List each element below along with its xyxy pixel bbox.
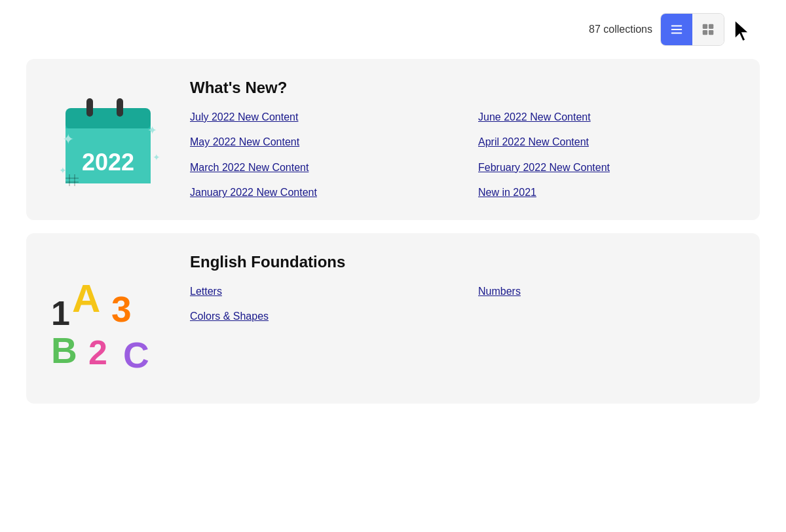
svg-text:A: A [72, 276, 100, 320]
svg-rect-6 [709, 30, 713, 35]
collections-count: 87 collections [589, 24, 652, 35]
svg-rect-2 [671, 33, 683, 34]
whats-new-content: What's New?July 2022 New ContentMay 2022… [190, 79, 740, 200]
link-july-2022-new-content[interactable]: July 2022 New Content [190, 110, 452, 124]
whats-new-icon: 2022 ✦ ✦ ✦ ✦ [39, 79, 170, 197]
english-foundations-title: English Foundations [190, 253, 740, 271]
link-numbers[interactable]: Numbers [478, 284, 740, 299]
svg-text:✦: ✦ [59, 165, 67, 176]
svg-rect-3 [703, 24, 707, 29]
section-english-foundations: 1 A 3 B 2 C English FoundationsLettersCo… [26, 233, 760, 404]
svg-text:✦: ✦ [62, 131, 74, 147]
svg-rect-11 [86, 98, 93, 117]
grid-icon [701, 22, 715, 37]
svg-rect-1 [671, 29, 683, 30]
svg-text:1: 1 [51, 294, 70, 332]
english-foundations-content: English FoundationsLettersColors & Shape… [190, 253, 740, 324]
svg-rect-12 [117, 98, 123, 117]
calendar-illustration: 2022 ✦ ✦ ✦ ✦ [46, 79, 164, 197]
english-foundations-links-grid: LettersColors & ShapesNumbers [190, 284, 740, 324]
english-foundations-icon: 1 A 3 B 2 C [39, 253, 170, 384]
link-april-2022-new-content[interactable]: April 2022 New Content [478, 135, 740, 149]
svg-text:C: C [123, 335, 149, 375]
link-january-2022-new-content[interactable]: January 2022 New Content [190, 185, 452, 200]
grid-view-button[interactable] [692, 14, 724, 45]
svg-text:2: 2 [88, 333, 107, 371]
list-view-button[interactable] [661, 14, 692, 45]
link-march-2022-new-content[interactable]: March 2022 New Content [190, 161, 452, 175]
svg-rect-4 [709, 24, 713, 29]
whats-new-title: What's New? [190, 79, 740, 97]
link-letters[interactable]: Letters [190, 284, 452, 299]
link-february-2022-new-content[interactable]: February 2022 New Content [478, 161, 740, 175]
link-may-2022-new-content[interactable]: May 2022 New Content [190, 135, 452, 149]
svg-text:✦: ✦ [147, 124, 157, 137]
whats-new-links-grid: July 2022 New ContentMay 2022 New Conten… [190, 110, 740, 200]
list-icon [669, 22, 684, 37]
svg-text:3: 3 [111, 289, 132, 330]
top-bar: 87 collections [26, 13, 760, 46]
svg-text:B: B [51, 330, 77, 371]
link-new-in-2021[interactable]: New in 2021 [478, 185, 740, 200]
link-june-2022-new-content[interactable]: June 2022 New Content [478, 110, 740, 124]
svg-rect-10 [66, 108, 151, 129]
view-toggle [660, 13, 724, 46]
alphabet-illustration: 1 A 3 B 2 C [39, 253, 170, 384]
section-whats-new: 2022 ✦ ✦ ✦ ✦ What's New?July 2022 New Co… [26, 59, 760, 220]
sections-container: 2022 ✦ ✦ ✦ ✦ What's New?July 2022 New Co… [26, 59, 760, 404]
svg-text:✦: ✦ [153, 152, 160, 162]
link-colors-&-shapes[interactable]: Colors & Shapes [190, 309, 452, 324]
svg-text:2022: 2022 [82, 149, 134, 176]
svg-rect-0 [671, 26, 683, 27]
cursor-icon [732, 19, 753, 43]
svg-rect-5 [703, 30, 707, 35]
